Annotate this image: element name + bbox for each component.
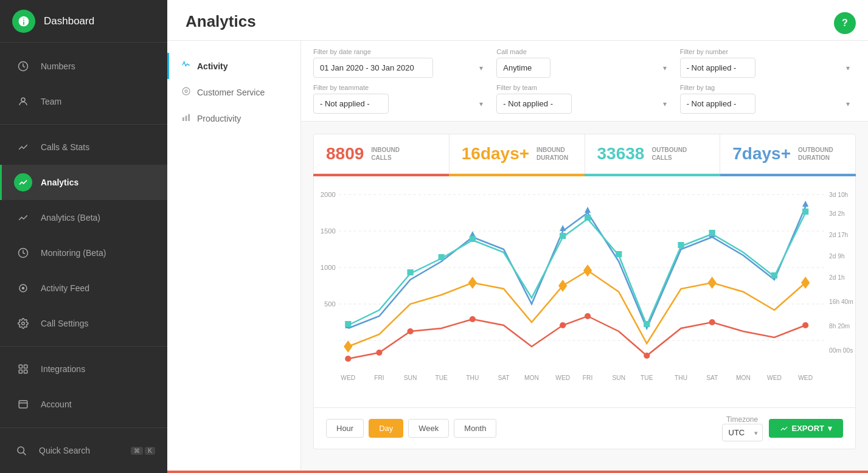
app-logo[interactable] xyxy=(12,10,35,33)
svg-text:3d 10h: 3d 10h xyxy=(829,192,848,198)
page-title: Analytics xyxy=(186,12,850,31)
sub-sidebar-productivity-label: Productivity xyxy=(197,114,241,123)
sidebar-item-integrations-label: Integrations xyxy=(41,364,85,374)
svg-marker-50 xyxy=(708,277,717,289)
svg-rect-44 xyxy=(771,272,777,278)
filter-number-group: Filter by number - Not applied - xyxy=(680,48,856,78)
svg-point-5 xyxy=(22,322,25,325)
time-btn-day[interactable]: Day xyxy=(369,419,403,438)
svg-rect-10 xyxy=(19,401,27,408)
filter-date-range-select[interactable]: 01 Jan 2020 - 30 Jan 2020 xyxy=(313,58,433,78)
filter-date-range-group: Filter by date range 01 Jan 2020 - 30 Ja… xyxy=(313,48,489,78)
sidebar-item-calls-stats[interactable]: Calls & Stats xyxy=(0,129,167,165)
timezone-select[interactable]: UTC xyxy=(722,424,763,441)
sidebar-item-numbers[interactable]: Numbers xyxy=(0,49,167,84)
stat-card-inbound-dur: 16days+ INBOUNDDURATION xyxy=(450,134,585,173)
time-btn-week[interactable]: Week xyxy=(408,419,449,438)
svg-rect-42 xyxy=(678,242,684,248)
stat-inbound-calls-value: 8809 xyxy=(326,144,364,164)
chart-icon xyxy=(14,138,32,156)
filter-teammate-label: Filter by teammate xyxy=(313,84,489,91)
kbd-cmd: ⌘ xyxy=(131,447,143,455)
sidebar-nav: Numbers Team Calls & Stats Analytics xyxy=(0,43,167,427)
svg-rect-43 xyxy=(709,230,715,236)
sidebar-item-account[interactable]: Account xyxy=(0,387,167,422)
sidebar-item-analytics-beta-label: Analytics (Beta) xyxy=(41,213,100,223)
svg-rect-8 xyxy=(24,370,27,373)
filter-call-made-select[interactable]: Anytime xyxy=(496,58,550,78)
sub-layout: Activity Customer Service Productivity xyxy=(167,41,868,473)
svg-point-14 xyxy=(185,90,187,92)
integrations-icon xyxy=(14,360,32,378)
sub-sidebar-item-activity[interactable]: Activity xyxy=(167,53,300,79)
export-button[interactable]: EXPORT ▾ xyxy=(769,419,843,438)
svg-point-3 xyxy=(22,287,25,290)
filter-number-select[interactable]: - Not applied - xyxy=(680,58,755,78)
sub-sidebar-item-productivity[interactable]: Productivity xyxy=(167,105,300,131)
svg-point-57 xyxy=(585,313,591,319)
svg-text:SAT: SAT xyxy=(706,375,718,381)
filter-teammate-select[interactable]: - Not applied - xyxy=(313,94,389,114)
analytics-icon xyxy=(14,173,32,192)
sidebar-item-integrations[interactable]: Integrations xyxy=(0,351,167,387)
export-dropdown-icon: ▾ xyxy=(828,424,832,433)
sidebar-item-analytics-beta[interactable]: Analytics (Beta) xyxy=(0,200,167,235)
svg-rect-17 xyxy=(186,116,187,121)
sidebar-item-team[interactable]: Team xyxy=(0,84,167,119)
svg-marker-47 xyxy=(468,277,477,289)
svg-rect-16 xyxy=(182,117,184,121)
svg-text:SUN: SUN xyxy=(404,375,417,381)
sidebar-item-call-settings[interactable]: Call Settings xyxy=(0,306,167,341)
sub-sidebar-item-customer-service[interactable]: Customer Service xyxy=(167,79,300,105)
svg-point-55 xyxy=(470,316,476,322)
svg-point-12 xyxy=(18,447,24,454)
svg-rect-36 xyxy=(439,254,445,260)
filter-call-made-label: Call made xyxy=(496,48,672,55)
quick-search[interactable]: Quick Search ⌘ K xyxy=(0,434,167,467)
svg-marker-31 xyxy=(585,207,591,213)
time-btn-month[interactable]: Month xyxy=(454,419,496,438)
export-icon xyxy=(780,424,788,433)
svg-text:1500: 1500 xyxy=(321,227,336,235)
filter-tag-group: Filter by tag - Not applied - xyxy=(680,84,856,114)
stat-inbound-dur-value: 16days+ xyxy=(462,144,529,164)
sidebar-item-monitoring-beta[interactable]: Monitoring (Beta) xyxy=(0,235,167,271)
filter-date-range-wrap: 01 Jan 2020 - 30 Jan 2020 xyxy=(313,58,489,78)
sidebar-item-activity-feed[interactable]: Activity Feed xyxy=(0,271,167,306)
stat-card-outbound-dur: 7days+ OUTBOUNDDURATION xyxy=(720,134,855,173)
sidebar-item-analytics-label: Analytics xyxy=(41,178,78,187)
filter-tag-select[interactable]: - Not applied - xyxy=(680,94,755,114)
help-button[interactable]: ? xyxy=(834,12,856,34)
svg-text:00m 00s: 00m 00s xyxy=(829,347,853,354)
timezone-group: Timezone UTC EXPORT ▾ xyxy=(722,415,843,441)
svg-text:2d 17h: 2d 17h xyxy=(829,232,848,238)
svg-point-58 xyxy=(644,353,650,359)
chart-svg: 2000 1500 1000 500 xyxy=(314,182,855,389)
svg-point-1 xyxy=(21,98,25,102)
stat-card-outbound-calls: 33638 OUTBOUNDCALLS xyxy=(585,134,721,173)
page-header: Analytics xyxy=(167,0,868,41)
svg-line-13 xyxy=(23,452,26,455)
svg-text:2d 1h: 2d 1h xyxy=(829,274,845,281)
svg-rect-7 xyxy=(24,365,27,368)
right-content: Filter by date range 01 Jan 2020 - 30 Ja… xyxy=(301,41,868,473)
time-btn-hour[interactable]: Hour xyxy=(326,419,364,438)
svg-text:WED: WED xyxy=(798,375,813,381)
filter-team-label: Filter by team xyxy=(496,84,672,91)
stat-inbound-dur-label: INBOUNDDURATION xyxy=(536,146,568,162)
svg-rect-34 xyxy=(345,321,351,327)
svg-rect-38 xyxy=(560,233,566,239)
svg-text:500: 500 xyxy=(324,300,336,308)
svg-text:SUN: SUN xyxy=(612,375,625,381)
filter-team-wrap: - Not applied - xyxy=(496,94,672,114)
svg-text:MON: MON xyxy=(736,375,751,381)
svg-point-52 xyxy=(345,356,351,362)
svg-point-15 xyxy=(182,88,190,95)
sidebar-item-analytics[interactable]: Analytics xyxy=(0,165,167,200)
sidebar-divider-2 xyxy=(0,346,167,347)
svg-point-59 xyxy=(709,319,715,325)
stat-outbound-calls-label: OUTBOUNDCALLS xyxy=(651,146,687,162)
filter-team-select[interactable]: - Not applied - xyxy=(496,94,572,114)
sub-sidebar-customer-service-label: Customer Service xyxy=(197,88,265,97)
sub-sidebar-activity-label: Activity xyxy=(197,61,228,71)
